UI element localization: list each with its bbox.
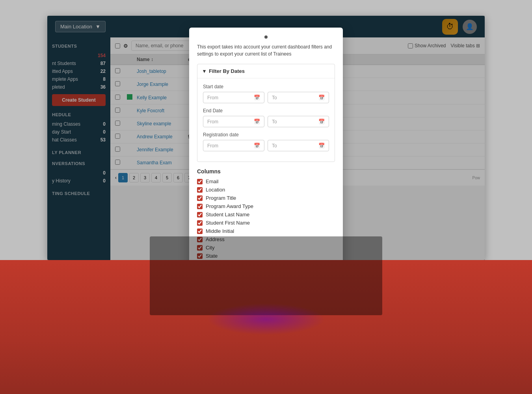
start-from-placeholder: From	[207, 95, 218, 100]
calendar-icon-3: 📅	[254, 119, 260, 125]
reg-date-inputs: From 📅 To 📅	[203, 140, 329, 151]
column-label: Email	[206, 178, 219, 184]
column-checkbox-program-title[interactable]	[197, 195, 203, 201]
calendar-icon-4: 📅	[318, 119, 325, 125]
end-to-placeholder: To	[272, 119, 277, 125]
reg-date-label: Registration date	[203, 132, 329, 138]
start-date-to-input[interactable]: To 📅	[268, 92, 329, 103]
end-date-label: End Date	[203, 108, 329, 113]
columns-title: Columns	[197, 168, 335, 175]
calendar-icon-2: 📅	[318, 95, 325, 100]
end-date-from-input[interactable]: From 📅	[203, 116, 264, 127]
modal-description: This export takes into account your curr…	[197, 43, 335, 58]
column-checkbox-item: Middle Initial	[197, 228, 335, 234]
modal-dot	[264, 35, 268, 39]
column-label: Student First Name	[206, 220, 250, 226]
start-date-from-input[interactable]: From 📅	[203, 92, 264, 103]
reg-to-placeholder: To	[272, 143, 277, 149]
filter-section-header[interactable]: ▾ Filter By Dates	[197, 64, 335, 78]
end-date-inputs: From 📅 To 📅	[203, 116, 329, 127]
column-label: Middle Initial	[206, 228, 234, 234]
export-modal: This export takes into account your curr…	[189, 28, 343, 272]
glow-effect	[207, 303, 325, 335]
column-checkbox-item: Student First Name	[197, 220, 335, 226]
end-date-filter: End Date From 📅 To 📅	[203, 108, 329, 127]
calendar-icon: 📅	[254, 95, 260, 100]
column-checkbox-student-last-name[interactable]	[197, 212, 203, 217]
filter-section-label: Filter By Dates	[209, 68, 245, 74]
start-date-inputs: From 📅 To 📅	[203, 92, 329, 103]
column-label: Location	[206, 187, 225, 193]
column-checkbox-program-award-type[interactable]	[197, 204, 203, 209]
start-date-filter: Start date From 📅 To 📅	[203, 84, 329, 103]
calendar-icon-6: 📅	[318, 143, 325, 149]
column-checkbox-item: Program Title	[197, 195, 335, 201]
column-checkbox-item: Program Award Type	[197, 203, 335, 209]
column-checkbox-student-first-name[interactable]	[197, 220, 203, 226]
filter-by-dates-section: ▾ Filter By Dates Start date From 📅 To 📅	[197, 64, 335, 162]
reg-date-to-input[interactable]: To 📅	[268, 140, 329, 151]
reg-date-filter: Registration date From 📅 To 📅	[203, 132, 329, 151]
column-checkbox-item: Location	[197, 187, 335, 193]
column-label: Program Title	[206, 195, 236, 201]
start-to-placeholder: To	[272, 95, 277, 100]
column-label: Student Last Name	[206, 212, 249, 217]
start-date-label: Start date	[203, 84, 329, 89]
modal-overlay: This export takes into account your curr…	[47, 16, 485, 260]
column-checkbox-item: Student Last Name	[197, 212, 335, 217]
calendar-icon-5: 📅	[254, 143, 260, 149]
filter-section-body: Start date From 📅 To 📅 End Dat	[197, 78, 335, 162]
end-from-placeholder: From	[207, 119, 218, 125]
end-date-to-input[interactable]: To 📅	[268, 116, 329, 127]
chevron-down-icon: ▾	[203, 68, 206, 74]
column-checkbox-middle-initial[interactable]	[197, 229, 203, 234]
column-checkbox-email[interactable]	[197, 179, 203, 184]
reg-date-from-input[interactable]: From 📅	[203, 140, 264, 151]
column-checkbox-location[interactable]	[197, 187, 203, 193]
reg-from-placeholder: From	[207, 143, 218, 149]
column-checkbox-item: Email	[197, 178, 335, 184]
column-label: Program Award Type	[206, 203, 253, 209]
